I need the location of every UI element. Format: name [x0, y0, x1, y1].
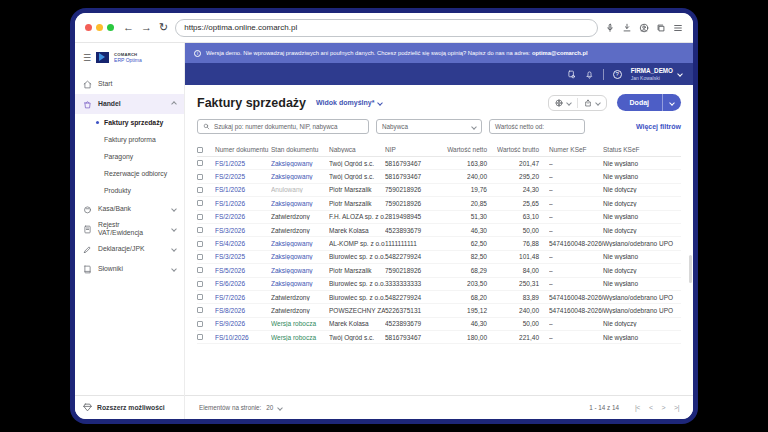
more-filters-link[interactable]: Więcej filtrów	[636, 123, 681, 130]
invoice-number-link[interactable]: FS/3/2025	[215, 253, 271, 260]
column-header[interactable]: Stan dokumentu	[271, 146, 329, 153]
invoice-number-link[interactable]: FS/3/2026	[215, 227, 271, 234]
invoice-number-link[interactable]: FS/1/2025	[215, 160, 271, 167]
browser-menu-icon[interactable]	[673, 23, 683, 33]
microphone-icon[interactable]	[605, 23, 615, 33]
download-icon[interactable]	[622, 23, 632, 33]
reload-icon[interactable]: ↻	[159, 22, 168, 33]
sidebar-item-produkty[interactable]: Produkty	[75, 182, 184, 199]
table-row[interactable]: FS/3/2025 Zaksięgowany Biurowiec sp. z o…	[197, 251, 681, 264]
table-row[interactable]: FS/9/2026 Wersja robocza Marek Kolasa 45…	[197, 318, 681, 331]
tabs-icon[interactable]	[656, 23, 666, 33]
next-page-button[interactable]: >	[662, 404, 666, 411]
document-state[interactable]: Zaksięgowany	[271, 200, 329, 207]
forward-icon[interactable]: →	[141, 22, 152, 33]
help-icon[interactable]: ?	[613, 70, 622, 79]
banner-email[interactable]: optima@comarch.pl	[532, 50, 588, 56]
column-header[interactable]: Wartość brutto	[497, 146, 549, 153]
items-per-page-select[interactable]: Elementów na stronie: 20	[199, 404, 282, 411]
table-row[interactable]: FS/2/2026 Zatwierdzony F.H. ALOZA sp. z …	[197, 211, 681, 224]
row-checkbox[interactable]	[197, 267, 203, 273]
sidebar-item-slowniki[interactable]: Słowniki	[75, 259, 184, 279]
row-checkbox[interactable]	[197, 241, 203, 247]
profile-icon[interactable]	[639, 23, 649, 33]
table-row[interactable]: FS/1/2026 Anulowany Piotr Marszalik 7590…	[197, 184, 681, 197]
table-row[interactable]: FS/4/2026 Zaksięgowany AL-KOMP sp. z o.o…	[197, 237, 681, 250]
invoice-number-link[interactable]: FS/9/2026	[215, 320, 271, 327]
table-row[interactable]: FS/3/2026 Zatwierdzony Marek Kolasa 4523…	[197, 224, 681, 237]
row-checkbox[interactable]	[197, 321, 203, 327]
add-button[interactable]: Dodaj	[617, 94, 662, 111]
row-checkbox[interactable]	[197, 281, 203, 287]
back-icon[interactable]: ←	[123, 22, 134, 33]
first-page-button[interactable]: |<	[635, 404, 640, 411]
invoice-number-link[interactable]: FS/10/2026	[215, 334, 271, 341]
buyer-filter-select[interactable]: Nabywca	[376, 119, 482, 134]
minimize-window-button[interactable]	[96, 24, 103, 31]
invoice-number-link[interactable]: FS/4/2026	[215, 240, 271, 247]
row-checkbox[interactable]	[197, 160, 203, 166]
invoice-number-link[interactable]: FS/1/2026	[215, 200, 271, 207]
invoice-number-link[interactable]: FS/7/2026	[215, 294, 271, 301]
sidebar-item-start[interactable]: Start	[75, 74, 184, 94]
bell-icon[interactable]	[585, 70, 594, 79]
table-row[interactable]: FS/5/2026 Zaksięgowany Piotr Marszalik 7…	[197, 264, 681, 277]
sidebar-item-kasa-bank[interactable]: Kasa/Bank	[75, 199, 184, 219]
search-input[interactable]: Szukaj po: numer dokumentu, NIP, nabywca	[197, 119, 369, 134]
print-menu-button[interactable]	[549, 99, 577, 107]
last-page-button[interactable]: >|	[674, 404, 679, 411]
invoice-number-link[interactable]: FS/8/2026	[215, 307, 271, 314]
sidebar-item-deklaracje-jpk[interactable]: Deklaracje/JPK	[75, 239, 184, 259]
sidebar-menu-icon[interactable]: ☰	[83, 53, 91, 63]
window-controls[interactable]	[85, 24, 114, 31]
document-state[interactable]: Zaksięgowany	[271, 267, 329, 274]
document-state[interactable]: Zaksięgowany	[271, 280, 329, 287]
invoice-number-link[interactable]: FS/2/2026	[215, 213, 271, 220]
table-row[interactable]: FS/7/2026 Zatwierdzony Biurowiec sp. z o…	[197, 291, 681, 304]
table-row[interactable]: FS/2/2025 Zaksięgowany Twój Ogród s.c. 5…	[197, 170, 681, 183]
row-checkbox[interactable]	[197, 294, 203, 300]
add-menu-button[interactable]	[662, 94, 681, 111]
row-checkbox[interactable]	[197, 214, 203, 220]
table-row[interactable]: FS/10/2026 Wersja robocza Twój Ogród s.c…	[197, 331, 681, 344]
maximize-window-button[interactable]	[107, 24, 114, 31]
column-header[interactable]: NIP	[385, 146, 441, 153]
table-row[interactable]: FS/6/2026 Zaksięgowany Biurowiec sp. z o…	[197, 278, 681, 291]
row-checkbox[interactable]	[197, 200, 203, 206]
netto-from-input[interactable]: Wartość netto od:	[489, 119, 585, 134]
select-all-checkbox[interactable]	[197, 147, 203, 153]
column-header[interactable]: Wartość netto	[441, 146, 497, 153]
sidebar-item-rejestr-vat[interactable]: Rejestr VAT/Ewidencja	[75, 219, 184, 239]
column-header[interactable]: Numer dokumentu	[215, 146, 271, 153]
table-scrollbar[interactable]	[689, 255, 692, 283]
sidebar-item-rezerwacje-odbiorcy[interactable]: Rezerwacje odbiorcy	[75, 165, 184, 182]
invoice-number-link[interactable]: FS/2/2025	[215, 173, 271, 180]
sidebar-item-faktury-sprzedazy[interactable]: Faktury sprzedaży	[75, 114, 184, 131]
document-state[interactable]: Zaksięgowany	[271, 160, 329, 167]
document-state[interactable]: Zaksięgowany	[271, 253, 329, 260]
invoice-number-link[interactable]: FS/6/2026	[215, 280, 271, 287]
document-state[interactable]: Zaksięgowany	[271, 240, 329, 247]
document-state[interactable]: Zaksięgowany	[271, 173, 329, 180]
previous-page-button[interactable]: <	[649, 404, 653, 411]
invoice-number-link[interactable]: FS/1/2026	[215, 186, 271, 193]
column-header[interactable]: Nabywca	[329, 146, 385, 153]
row-checkbox[interactable]	[197, 334, 203, 340]
row-checkbox[interactable]	[197, 174, 203, 180]
document-clock-icon[interactable]	[567, 70, 576, 79]
expand-capabilities-button[interactable]: Rozszerz możliwości	[75, 395, 184, 419]
company-switcher[interactable]: FIRMA_DEMO Jan Kowalski	[631, 67, 682, 81]
row-checkbox[interactable]	[197, 227, 203, 233]
invoice-number-link[interactable]: FS/5/2026	[215, 267, 271, 274]
table-row[interactable]: FS/8/2026 Zatwierdzony POWSZECHNY ZAKŁ 5…	[197, 304, 681, 317]
column-header[interactable]: Status KSeF	[603, 146, 675, 153]
table-row[interactable]: FS/1/2026 Zaksięgowany Piotr Marszalik 7…	[197, 197, 681, 210]
address-bar[interactable]: https://optima.online.comarch.pl	[175, 19, 598, 37]
table-row[interactable]: FS/1/2025 Zaksięgowany Twój Ogród s.c. 5…	[197, 157, 681, 170]
close-window-button[interactable]	[85, 24, 92, 31]
row-checkbox[interactable]	[197, 187, 203, 193]
column-header[interactable]: Numer KSeF	[549, 146, 603, 153]
row-checkbox[interactable]	[197, 307, 203, 313]
sidebar-item-paragony[interactable]: Paragony	[75, 148, 184, 165]
view-selector[interactable]: Widok domyślny*	[316, 99, 382, 106]
